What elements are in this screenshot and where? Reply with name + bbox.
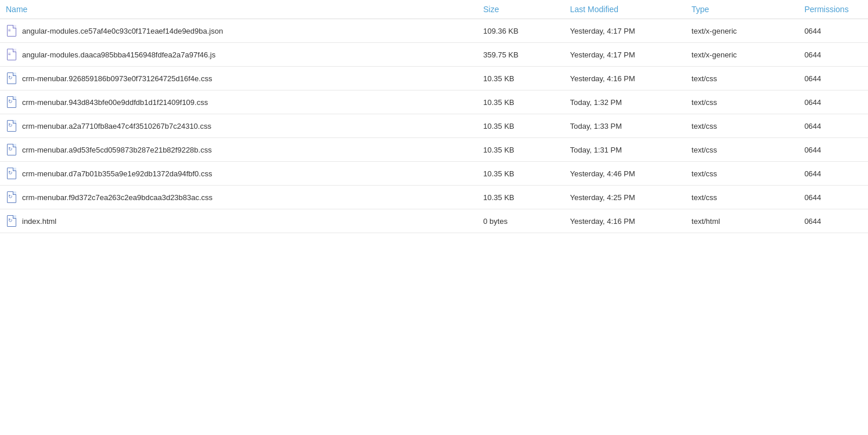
file-type: text/css [686,114,798,138]
file-size: 109.36 KB [477,19,564,43]
file-permissions: 0644 [798,67,868,90]
file-name[interactable]: crm-menubar.a9d53fe5cd059873b287e21b82f9… [22,146,212,154]
file-size: 10.35 KB [477,138,564,162]
file-modified: Yesterday, 4:16 PM [564,209,686,233]
file-modified: Today, 1:31 PM [564,138,686,162]
file-type: text/x-generic [686,19,798,43]
file-modified: Yesterday, 4:17 PM [564,19,686,43]
file-size: 10.35 KB [477,162,564,186]
file-name[interactable]: crm-menubar.943d843bfe00e9ddfdb1d1f21409… [22,98,208,107]
file-name-cell: index.html [0,209,477,233]
file-name[interactable]: index.html [22,217,56,226]
file-list-table: Name Size Last Modified Type Permissions… [0,0,868,233]
file-permissions: 0644 [798,90,868,114]
file-type: text/css [686,67,798,90]
css-file-icon [7,72,16,84]
file-name[interactable]: crm-menubar.d7a7b01b355a9e1e92db1372da94… [22,169,212,178]
file-type: text/css [686,90,798,114]
file-size: 359.75 KB [477,43,564,67]
col-header-type[interactable]: Type [686,0,798,19]
html-file-icon [7,215,16,227]
file-name[interactable]: angular-modules.daaca985bba4156948fdfea2… [22,50,215,59]
col-header-size[interactable]: Size [477,0,564,19]
table-row[interactable]: angular-modules.ce57af4e0c93c0f171eaef14… [0,19,868,43]
css-file-icon [7,96,16,108]
file-name-cell: crm-menubar.943d843bfe00e9ddfdb1d1f21409… [0,90,477,114]
css-file-icon [7,144,16,155]
file-name-cell: crm-menubar.a9d53fe5cd059873b287e21b82f9… [0,138,477,162]
file-permissions: 0644 [798,19,868,43]
table-row[interactable]: index.html0 bytesYesterday, 4:16 PMtext/… [0,209,868,233]
generic-file-icon [7,25,16,37]
file-name[interactable]: crm-menubar.f9d372c7ea263c2ea9bdcaa3d23b… [22,193,213,202]
file-modified: Yesterday, 4:46 PM [564,162,686,186]
file-permissions: 0644 [798,162,868,186]
file-modified: Today, 1:33 PM [564,114,686,138]
file-size: 0 bytes [477,209,564,233]
col-header-name[interactable]: Name [0,0,477,19]
file-name-cell: angular-modules.daaca985bba4156948fdfea2… [0,43,477,67]
file-type: text/css [686,138,798,162]
table-row[interactable]: crm-menubar.f9d372c7ea263c2ea9bdcaa3d23b… [0,186,868,209]
table-row[interactable]: angular-modules.daaca985bba4156948fdfea2… [0,43,868,67]
file-name[interactable]: crm-menubar.a2a7710fb8ae47c4f3510267b7c2… [22,122,211,130]
table-row[interactable]: crm-menubar.d7a7b01b355a9e1e92db1372da94… [0,162,868,186]
css-file-icon [7,191,16,203]
file-modified: Today, 1:32 PM [564,90,686,114]
file-size: 10.35 KB [477,67,564,90]
file-size: 10.35 KB [477,186,564,209]
file-name[interactable]: angular-modules.ce57af4e0c93c0f171eaef14… [22,27,223,35]
css-file-icon [7,168,16,179]
table-row[interactable]: crm-menubar.926859186b0973e0f731264725d1… [0,67,868,90]
file-size: 10.35 KB [477,114,564,138]
file-modified: Yesterday, 4:17 PM [564,43,686,67]
file-permissions: 0644 [798,114,868,138]
file-name-cell: crm-menubar.f9d372c7ea263c2ea9bdcaa3d23b… [0,186,477,209]
file-name-cell: crm-menubar.926859186b0973e0f731264725d1… [0,67,477,90]
file-type: text/html [686,209,798,233]
css-file-icon [7,120,16,132]
file-type: text/css [686,162,798,186]
table-row[interactable]: crm-menubar.a9d53fe5cd059873b287e21b82f9… [0,138,868,162]
file-permissions: 0644 [798,43,868,67]
col-header-modified[interactable]: Last Modified [564,0,686,19]
file-type: text/css [686,186,798,209]
file-size: 10.35 KB [477,90,564,114]
file-permissions: 0644 [798,186,868,209]
file-name[interactable]: crm-menubar.926859186b0973e0f731264725d1… [22,74,212,83]
file-permissions: 0644 [798,138,868,162]
file-name-cell: crm-menubar.a2a7710fb8ae47c4f3510267b7c2… [0,114,477,138]
col-header-permissions[interactable]: Permissions [798,0,868,19]
table-row[interactable]: crm-menubar.943d843bfe00e9ddfdb1d1f21409… [0,90,868,114]
generic-file-icon [7,49,16,60]
file-permissions: 0644 [798,209,868,233]
file-name-cell: crm-menubar.d7a7b01b355a9e1e92db1372da94… [0,162,477,186]
file-modified: Yesterday, 4:16 PM [564,67,686,90]
file-modified: Yesterday, 4:25 PM [564,186,686,209]
table-row[interactable]: crm-menubar.a2a7710fb8ae47c4f3510267b7c2… [0,114,868,138]
file-name-cell: angular-modules.ce57af4e0c93c0f171eaef14… [0,19,477,43]
file-type: text/x-generic [686,43,798,67]
